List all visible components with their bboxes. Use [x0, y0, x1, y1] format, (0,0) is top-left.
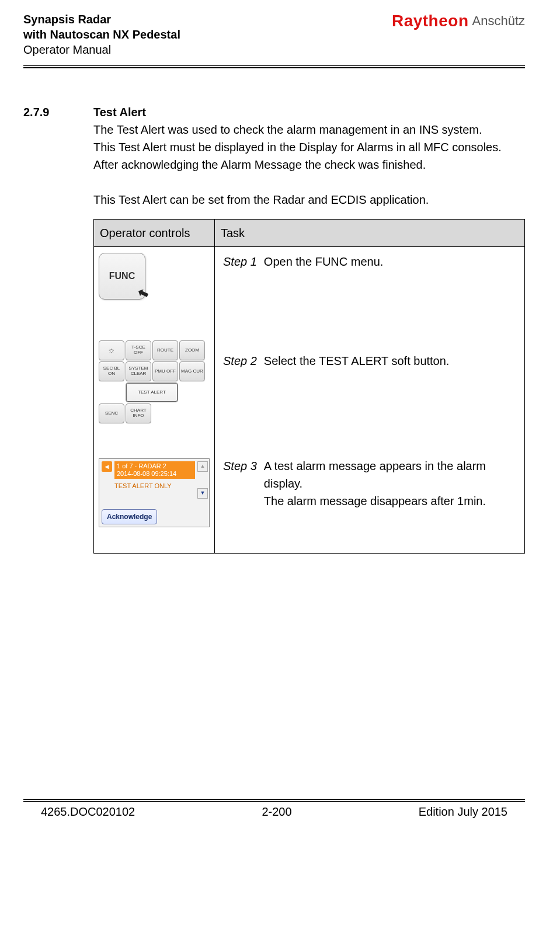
step-3-label: Step 3: [223, 457, 257, 510]
cursor-icon: ⬉: [135, 282, 151, 304]
up-arrow-icon: ▲: [200, 462, 206, 471]
header-rule-thin: [23, 65, 525, 66]
footer-doc-id: 4265.DOC020102: [41, 805, 135, 819]
alarm-scroll-up-button[interactable]: ▲: [197, 461, 208, 472]
paragraph-4: This Test Alert can be set from the Rada…: [93, 191, 525, 208]
task-cell: Step 1 Open the FUNC menu. Step 2 Select…: [215, 247, 525, 554]
tsce-off-soft-button[interactable]: T-SCE OFF: [126, 340, 151, 360]
paragraph-1: The Test Alert was used to check the ala…: [93, 121, 525, 138]
route-soft-button[interactable]: ROUTE: [152, 340, 178, 360]
section-body: The Test Alert was used to check the ala…: [93, 121, 525, 554]
step-2-row: Step 2 Select the TEST ALERT soft button…: [223, 352, 516, 370]
product-title-line1: Synapsis Radar: [23, 12, 180, 27]
step-2-text: Select the TEST ALERT soft button.: [264, 352, 450, 370]
left-arrow-icon: ◄: [104, 462, 110, 472]
section-number: 2.7.9: [23, 103, 64, 121]
footer-edition: Edition July 2015: [419, 805, 507, 819]
page-header: Synapsis Radar with Nautoscan NX Pedesta…: [23, 12, 525, 64]
step-1-label: Step 1: [223, 253, 257, 270]
alarm-message-text: TEST ALERT ONLY: [102, 479, 195, 492]
section-heading-row: 2.7.9 Test Alert: [23, 103, 525, 121]
alarm-timestamp: 2014-08-08 09:25:14: [117, 470, 193, 478]
pmu-off-soft-button[interactable]: PMU OFF: [152, 361, 178, 381]
system-clear-soft-button[interactable]: SYSTEM CLEAR: [126, 361, 151, 381]
anschutz-logo-text: Anschütz: [472, 13, 526, 29]
sun-icon: ☼: [108, 346, 116, 354]
step-1-text: Open the FUNC menu.: [264, 253, 384, 270]
step-3-text-line2: The alarm message disappears after 1min.: [264, 495, 486, 507]
down-arrow-icon: ▼: [200, 489, 206, 497]
step-2-label: Step 2: [223, 352, 257, 370]
th-operator-controls: Operator controls: [94, 220, 215, 247]
secbl-on-soft-button[interactable]: SEC BL ON: [99, 361, 124, 381]
alarm-prev-button[interactable]: ◄: [102, 461, 112, 472]
alarm-scroll-down-button[interactable]: ▼: [197, 488, 208, 499]
paragraph-2: This Test Alert must be displayed in the…: [93, 138, 525, 156]
step-3-text-line1: A test alarm message appears in the alar…: [264, 460, 486, 490]
func-button[interactable]: FUNC ⬉: [99, 253, 145, 300]
page-footer: 4265.DOC020102 2-200 Edition July 2015: [23, 799, 525, 819]
raytheon-logo-text: Raytheon: [392, 12, 469, 30]
chart-info-soft-button[interactable]: CHART INFO: [126, 403, 151, 423]
operator-controls-cell: FUNC ⬉ ☼ T-SCE OFF ROUTE ZOOM SEC BL ON: [94, 247, 215, 554]
step-1-row: Step 1 Open the FUNC menu.: [223, 253, 516, 270]
soft-button-panel: ☼ T-SCE OFF ROUTE ZOOM SEC BL ON SYSTEM …: [99, 340, 210, 423]
alarm-header: 1 of 7 - RADAR 2 2014-08-08 09:25:14: [114, 461, 195, 479]
alarm-scroll: ▲ ▼: [197, 461, 207, 499]
alarm-count-source: 1 of 7 - RADAR 2: [117, 462, 193, 470]
mag-cur-soft-button[interactable]: MAG CUR: [179, 361, 205, 381]
header-rule-thick: [23, 67, 525, 68]
document-type: Operator Manual: [23, 42, 180, 57]
footer-rule-thick: [23, 799, 525, 800]
section-title: Test Alert: [93, 103, 146, 121]
step-3-row: Step 3 A test alarm message appears in t…: [223, 457, 516, 510]
brightness-soft-button[interactable]: ☼: [99, 340, 124, 360]
func-button-label: FUNC: [109, 269, 135, 283]
product-title-line2: with Nautoscan NX Pedestal: [23, 27, 180, 42]
zoom-soft-button[interactable]: ZOOM: [179, 340, 205, 360]
brand-logo: Raytheon Anschütz: [392, 12, 525, 30]
header-title-block: Synapsis Radar with Nautoscan NX Pedesta…: [23, 12, 180, 57]
alarm-display-panel: ◄ 1 of 7 - RADAR 2 2014-08-08 09:25:14 T…: [99, 458, 210, 527]
paragraph-3: After acknowledging the Alarm Message th…: [93, 156, 525, 173]
procedure-table: Operator controls Task FUNC ⬉: [93, 219, 525, 554]
content-area: 2.7.9 Test Alert The Test Alert was used…: [23, 103, 525, 554]
step-3-text: A test alarm message appears in the alar…: [264, 457, 516, 510]
senc-soft-button[interactable]: SENC: [99, 403, 124, 423]
th-task: Task: [215, 220, 525, 247]
acknowledge-button[interactable]: Acknowledge: [102, 509, 157, 524]
footer-page-number: 2-200: [262, 805, 291, 819]
test-alert-soft-button[interactable]: TEST ALERT: [126, 382, 178, 402]
